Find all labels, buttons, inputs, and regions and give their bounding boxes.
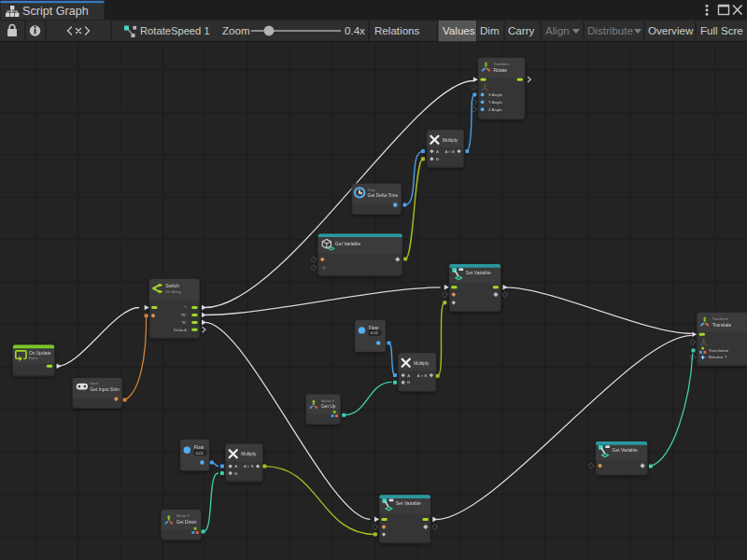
svg-text:A × B: A × B [444,149,455,154]
svg-text:A × B: A × B [244,464,254,469]
svg-text:Get Up: Get Up [321,404,336,409]
svg-text:Distribute: Distribute [587,24,633,36]
svg-text:A: A [436,149,439,154]
svg-text:Y Angle: Y Angle [488,100,503,105]
svg-text:Transform: Transform [493,63,509,66]
svg-text:Multiply: Multiply [443,138,458,143]
svg-text:Get Delta Time: Get Delta Time [368,193,399,198]
svg-text:“S”: “S” [181,320,187,325]
svg-text:Get Down: Get Down [176,520,197,525]
svg-text:Get Variable: Get Variable [335,241,361,246]
svg-text:A × B: A × B [417,373,428,378]
svg-text:Float: Float [369,326,379,330]
svg-text:Get Input Strin: Get Input Strin [90,387,120,392]
svg-text:Event: Event [29,357,39,360]
svg-text:A: A [234,464,237,469]
svg-text:Full Scre: Full Scre [700,24,743,36]
svg-text:Default: Default [174,328,188,332]
svg-text:Dim: Dim [480,24,500,36]
svg-text:Multiply: Multiply [241,452,257,456]
svg-text:On Update: On Update [29,351,51,356]
svg-text:Time: Time [368,189,375,192]
svg-text:Script Graph: Script Graph [22,5,89,18]
svg-text:Translate: Translate [712,322,732,328]
svg-text:On String: On String [165,289,180,294]
svg-text:Float: Float [194,445,204,450]
svg-text:B: B [436,157,439,161]
svg-text:0.4x: 0.4x [345,24,365,36]
svg-text:B: B [234,471,237,476]
svg-text:Z Angle: Z Angle [488,107,502,112]
svg-text:A: A [407,373,410,378]
svg-text:Set Variable: Set Variable [396,500,421,506]
svg-text:Vector 3: Vector 3 [321,399,334,403]
svg-text:B: B [407,380,410,385]
svg-text:X Angle: X Angle [488,92,503,97]
svg-text:Align: Align [545,24,570,36]
svg-text:Translation: Translation [709,348,729,353]
svg-text:Rotate: Rotate [493,67,507,73]
svg-text:Set Variable: Set Variable [466,270,491,275]
svg-text:RotateSpeed 1: RotateSpeed 1 [140,25,210,36]
svg-text:Switch: Switch [165,283,179,288]
svg-text:Transform: Transform [712,317,728,321]
svg-text:Overview: Overview [648,24,694,36]
svg-text:0.01: 0.01 [196,451,204,455]
svg-text:Input: Input [90,382,98,385]
svg-text:Carry: Carry [508,24,535,36]
svg-text:“W”: “W” [180,313,188,317]
svg-text:Get Variable: Get Variable [613,447,639,453]
svg-text:Vector 3: Vector 3 [176,514,190,518]
svg-text:Multiply: Multiply [414,361,430,366]
svg-text:Values: Values [443,24,475,36]
svg-text:Relations: Relations [374,24,420,36]
svg-text:Zoom: Zoom [222,24,250,36]
svg-text:Relative T: Relative T [709,355,727,359]
svg-text:0.01: 0.01 [371,330,379,335]
